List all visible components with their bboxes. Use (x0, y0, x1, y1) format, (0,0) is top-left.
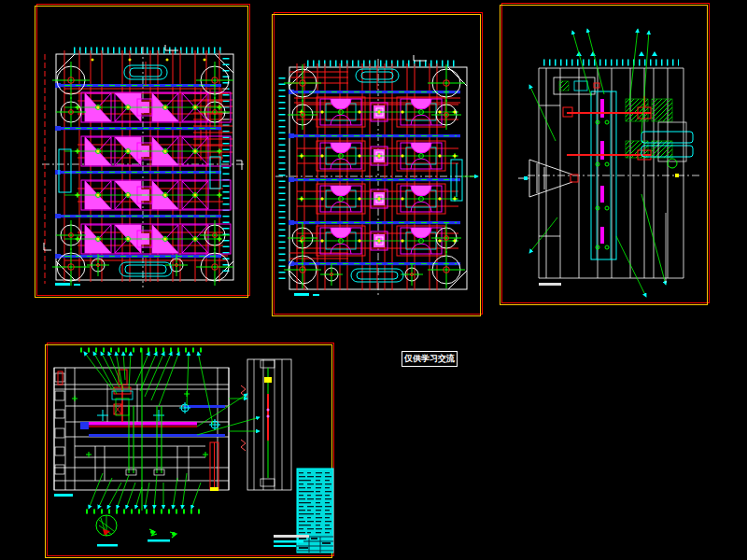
drawing-plan-view-2 (274, 12, 483, 315)
drawing-side-section (501, 3, 710, 303)
sheet-plan-view-1 (36, 4, 250, 296)
cad-canvas: 仅供学习交流 (0, 0, 747, 560)
watermark-box: 仅供学习交流 (402, 351, 458, 367)
sheet-side-section (501, 3, 710, 303)
watermark-text: 仅供学习交流 (404, 354, 455, 363)
sheet-assembly-section (47, 343, 334, 556)
sheet-plan-view-2 (274, 12, 483, 315)
drawing-assembly-section (47, 343, 334, 556)
bom-table (297, 469, 333, 553)
drawing-plan-view-1 (36, 4, 250, 296)
